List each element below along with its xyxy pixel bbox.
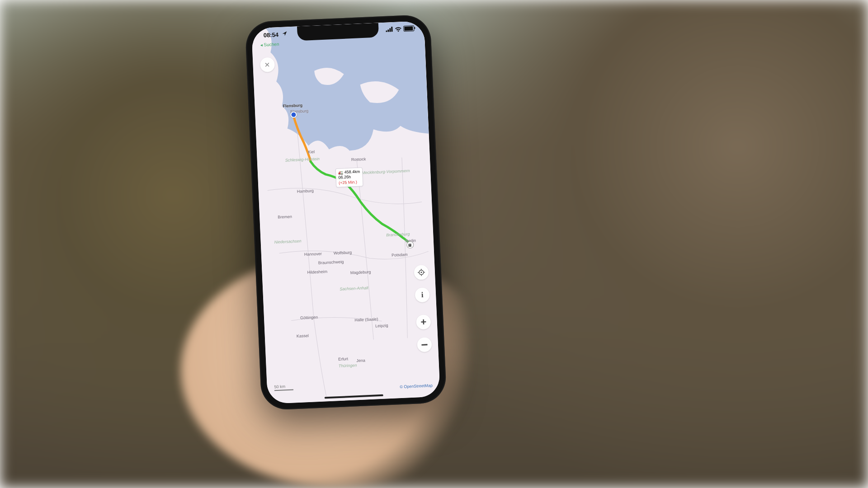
wifi-icon xyxy=(395,26,401,32)
phone-frame: 08:54 ◂ Suchen xyxy=(245,14,447,410)
location-services-icon xyxy=(282,31,287,37)
city-label: Göttingen xyxy=(300,315,318,320)
scale-label: 50 km xyxy=(274,384,285,389)
route-tooltip: 458.4km 06.26h (+25 Min.) xyxy=(335,167,363,187)
map-canvas[interactable]: ▦ FlensburgKielRostockHamburgBremenHanno… xyxy=(251,21,440,404)
city-label: Rostock xyxy=(351,157,366,162)
city-label: Hamburg xyxy=(297,188,314,194)
city-label: Kassel xyxy=(297,333,309,338)
region-label: Thüringen xyxy=(339,363,357,368)
city-label: Bremen xyxy=(278,214,292,219)
city-label: Wolfsburg xyxy=(334,250,352,256)
city-label: Jena xyxy=(356,358,365,363)
back-label: Suchen xyxy=(264,42,279,47)
battery-icon xyxy=(403,25,415,32)
map-scale: 50 km xyxy=(274,384,293,391)
city-label: Hildesheim xyxy=(307,269,327,275)
cellular-icon xyxy=(386,27,393,32)
svg-point-1 xyxy=(420,272,422,273)
phone-screen: 08:54 ◂ Suchen xyxy=(251,21,440,404)
back-link[interactable]: ◂ Suchen xyxy=(260,42,279,47)
route-delay: (+25 Min.) xyxy=(339,179,360,185)
city-label: Hannover xyxy=(304,251,322,257)
city-label: Erfurt xyxy=(338,357,348,361)
city-label: Kiel xyxy=(308,150,315,155)
city-label: Potsdam xyxy=(392,252,408,258)
origin-label: Flensburg xyxy=(283,103,302,108)
status-time: 08:54 xyxy=(263,31,278,38)
city-label: Magdeburg xyxy=(350,270,371,275)
city-label: Leipzig xyxy=(375,323,388,328)
map-svg xyxy=(251,21,440,404)
